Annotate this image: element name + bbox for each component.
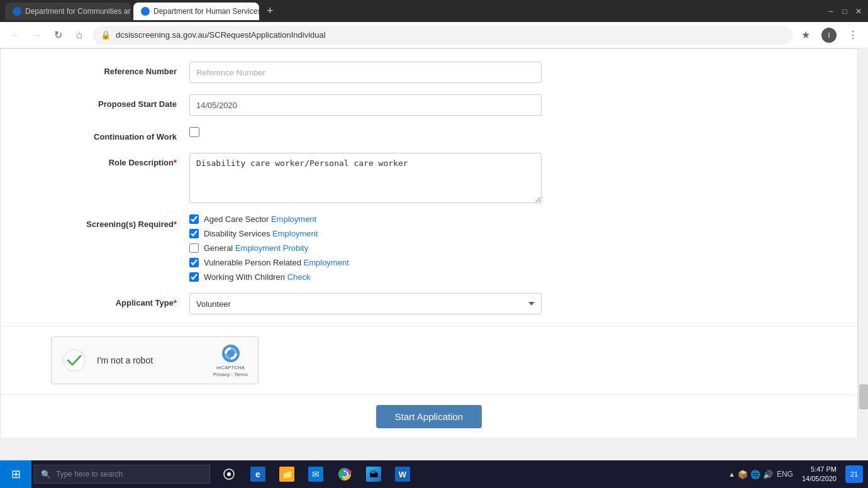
url-text: dcsisscreening.sa.gov.au/SCRequestApplic… (116, 30, 326, 40)
captcha-text: I'm not a robot (97, 355, 203, 365)
tab1-label: Department for Communities an... (25, 7, 131, 16)
home-button[interactable]: ⌂ (72, 28, 87, 43)
recaptcha-box[interactable]: I'm not a robot reCAPTCHA (51, 336, 259, 384)
captcha-checkmark (62, 348, 87, 373)
screening-general-checkbox[interactable] (189, 243, 199, 253)
role-description-label: Role Description* (51, 153, 189, 167)
screenings-required-row: Screening(s) Required* Aged Care Sector … (1, 214, 857, 282)
screening-disability-label: Disability Services Employment (204, 229, 318, 238)
maximize-button[interactable]: □ (840, 7, 849, 16)
role-description-row: Role Description* Disability care worker… (1, 153, 857, 203)
role-description-textarea[interactable]: Disability care worker/Personal care wor… (189, 153, 542, 203)
reference-number-input[interactable] (189, 62, 542, 83)
screening-children-label: Working With Children Check (204, 272, 311, 282)
recaptcha-terms[interactable]: Terms (234, 372, 248, 377)
screening-vulnerable-label: Vulnerable Person Related Employment (204, 258, 349, 267)
applicant-type-row: Applicant Type* Volunteer Employee Contr… (1, 293, 857, 314)
screening-children: Working With Children Check (189, 272, 542, 282)
continuation-checkbox[interactable] (189, 127, 199, 137)
address-bar: ← → ↻ ⌂ 🔒 dcsisscreening.sa.gov.au/SCReq… (0, 22, 868, 48)
page-scroll[interactable]: Reference Number Proposed Start Date Con… (0, 48, 868, 438)
tab2-label: Department for Human Services (153, 7, 259, 16)
tab1-favicon (13, 7, 21, 16)
applicant-type-label: Applicant Type* (51, 293, 189, 308)
form-container: Reference Number Proposed Start Date Con… (0, 48, 858, 438)
refresh-button[interactable]: ↻ (50, 28, 65, 43)
screening-general: General Employment Probity (189, 243, 542, 253)
new-tab-button[interactable]: + (262, 3, 279, 20)
url-bar[interactable]: 🔒 dcsisscreening.sa.gov.au/SCRequestAppl… (93, 26, 793, 45)
recaptcha-links: Privacy - Terms (213, 372, 248, 377)
menu-button[interactable]: ⋮ (845, 29, 860, 41)
screening-aged-care-checkbox[interactable] (189, 214, 199, 224)
lock-icon: 🔒 (101, 30, 111, 40)
minimize-button[interactable]: – (826, 7, 835, 16)
screening-disability-checkbox[interactable] (189, 229, 199, 238)
recaptcha-privacy[interactable]: Privacy (213, 372, 230, 377)
screening-disability: Disability Services Employment (189, 229, 542, 238)
close-button[interactable]: ✕ (854, 7, 863, 16)
screenings-required-label: Screening(s) Required* (51, 214, 189, 229)
captcha-section: I'm not a robot reCAPTCHA (1, 326, 857, 394)
screening-vulnerable-checkbox[interactable] (189, 258, 199, 267)
continuation-of-work-label: Continuation of Work (51, 127, 189, 141)
scroll-thumb[interactable] (859, 384, 868, 409)
screening-vulnerable: Vulnerable Person Related Employment (189, 258, 542, 267)
applicant-type-select[interactable]: Volunteer Employee Contractor (189, 293, 542, 314)
profile-avatar: I (821, 28, 837, 43)
back-button[interactable]: ← (8, 28, 23, 43)
proposed-start-date-label: Proposed Start Date (51, 94, 189, 109)
proposed-start-date-row: Proposed Start Date (1, 94, 857, 116)
screening-general-label: General Employment Probity (204, 243, 308, 253)
tab-1[interactable]: Department for Communities an... ✕ (5, 3, 131, 20)
recaptcha-logo: reCAPTCHA Privacy - Terms (213, 343, 248, 378)
forward-button[interactable]: → (29, 28, 44, 43)
main-layout: Reference Number Proposed Start Date Con… (0, 48, 868, 438)
button-section: Start Application (1, 394, 857, 438)
title-bar: Department for Communities an... ✕ Depar… (0, 0, 868, 22)
recaptcha-brand-label: reCAPTCHA (216, 365, 245, 371)
screening-checkboxes: Aged Care Sector Employment Disability S… (189, 214, 542, 282)
screening-aged-care-label: Aged Care Sector Employment (204, 214, 316, 224)
scroll-track[interactable] (858, 119, 868, 410)
tab-2[interactable]: Department for Human Services ✕ (133, 3, 259, 20)
svg-point-0 (64, 350, 85, 371)
start-application-button[interactable]: Start Application (376, 405, 482, 428)
continuation-of-work-row: Continuation of Work (1, 127, 857, 141)
proposed-start-date-input[interactable] (189, 94, 542, 116)
screening-aged-care: Aged Care Sector Employment (189, 214, 542, 224)
window-controls: – □ ✕ (826, 7, 863, 16)
tab2-favicon (141, 7, 150, 16)
reference-number-row: Reference Number (1, 62, 857, 83)
screening-children-checkbox[interactable] (189, 272, 199, 282)
profile-button[interactable]: I (819, 28, 839, 43)
bookmark-button[interactable]: ★ (799, 29, 813, 41)
reference-number-label: Reference Number (51, 62, 189, 76)
